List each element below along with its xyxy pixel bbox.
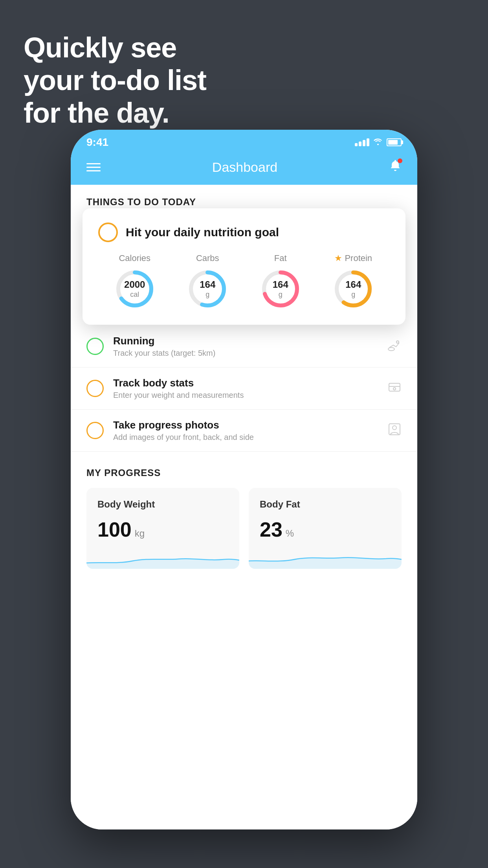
- card-header: Hit your daily nutrition goal: [98, 223, 390, 242]
- protein-value: 164: [345, 279, 361, 291]
- header-title: Dashboard: [212, 160, 277, 175]
- svg-point-14: [393, 426, 396, 430]
- todo-subtitle-running: Track your stats (target: 5km): [113, 349, 378, 358]
- protein-donut: 164 g: [332, 267, 375, 311]
- calories-label: Calories: [119, 253, 150, 263]
- protein-unit: g: [345, 291, 361, 299]
- app-header: Dashboard: [71, 153, 417, 185]
- svg-point-9: [396, 341, 399, 343]
- todo-checkbox-photos[interactable]: [86, 422, 104, 439]
- menu-button[interactable]: [86, 163, 101, 171]
- body-fat-value: 23: [260, 518, 283, 541]
- carbs-donut: 164 g: [186, 267, 229, 311]
- status-icons: [355, 137, 402, 147]
- todo-checkbox-running[interactable]: [86, 338, 104, 355]
- todo-title-body-stats: Track body stats: [113, 377, 378, 389]
- todo-title-photos: Take progress photos: [113, 419, 378, 431]
- carbs-item: Carbs 164 g: [186, 253, 229, 311]
- star-icon: ★: [334, 253, 342, 263]
- nutrition-card: Hit your daily nutrition goal Calories 2…: [83, 208, 405, 325]
- body-weight-unit: kg: [135, 528, 145, 539]
- protein-label: ★ Protein: [334, 253, 372, 263]
- todo-item-photos[interactable]: Take progress photos Add images of your …: [71, 410, 417, 452]
- fat-unit: g: [273, 291, 288, 299]
- phone-frame: 9:41 Dashboard: [71, 130, 417, 829]
- carbs-label: Carbs: [196, 253, 219, 263]
- person-icon: [387, 422, 402, 439]
- body-fat-unit: %: [286, 528, 294, 539]
- body-fat-chart: [249, 549, 402, 569]
- notification-badge: [398, 158, 402, 163]
- signal-bars-icon: [355, 138, 369, 146]
- battery-icon: [387, 138, 402, 146]
- progress-section: MY PROGRESS Body Weight 100 kg: [71, 452, 417, 569]
- wifi-icon: [373, 137, 383, 147]
- notification-button[interactable]: [389, 159, 402, 175]
- carbs-value: 164: [200, 279, 215, 291]
- protein-item: ★ Protein 164 g: [332, 253, 375, 311]
- fat-item: Fat 164 g: [259, 253, 302, 311]
- body-weight-chart: [86, 549, 239, 569]
- svg-point-8: [388, 348, 394, 351]
- todo-list: Running Track your stats (target: 5km) T…: [71, 326, 417, 452]
- body-fat-card: Body Fat 23 %: [249, 488, 402, 569]
- fat-donut: 164 g: [259, 267, 302, 311]
- nutrition-row: Calories 2000 cal Carbs: [98, 253, 390, 311]
- progress-title: MY PROGRESS: [86, 467, 402, 478]
- carbs-unit: g: [200, 291, 215, 299]
- fat-label: Fat: [274, 253, 287, 263]
- calories-donut: 2000 cal: [113, 267, 156, 311]
- todo-title-running: Running: [113, 335, 378, 347]
- body-weight-value: 100: [97, 518, 132, 541]
- hero-text: Quickly see your to-do list for the day.: [24, 31, 206, 129]
- todo-checkbox-body-stats[interactable]: [86, 380, 104, 397]
- todo-item-body-stats[interactable]: Track body stats Enter your weight and m…: [71, 368, 417, 410]
- body-weight-card: Body Weight 100 kg: [86, 488, 239, 569]
- content-area: THINGS TO DO TODAY Hit your daily nutrit…: [71, 185, 417, 829]
- todo-subtitle-body-stats: Enter your weight and measurements: [113, 391, 378, 400]
- svg-point-12: [393, 388, 396, 390]
- progress-cards: Body Weight 100 kg Body Fat: [86, 488, 402, 569]
- status-bar: 9:41: [71, 130, 417, 153]
- todo-subtitle-photos: Add images of your front, back, and side: [113, 433, 378, 442]
- task-checkbox[interactable]: [98, 223, 118, 242]
- calories-unit: cal: [124, 291, 145, 299]
- calories-item: Calories 2000 cal: [113, 253, 156, 311]
- body-fat-card-title: Body Fat: [260, 499, 391, 510]
- card-title: Hit your daily nutrition goal: [126, 226, 279, 239]
- calories-value: 2000: [124, 279, 145, 291]
- scale-icon: [387, 380, 402, 397]
- todo-item-running[interactable]: Running Track your stats (target: 5km): [71, 326, 417, 368]
- body-weight-card-title: Body Weight: [97, 499, 228, 510]
- running-icon: [387, 338, 402, 355]
- status-time: 9:41: [86, 136, 108, 149]
- fat-value: 164: [273, 279, 288, 291]
